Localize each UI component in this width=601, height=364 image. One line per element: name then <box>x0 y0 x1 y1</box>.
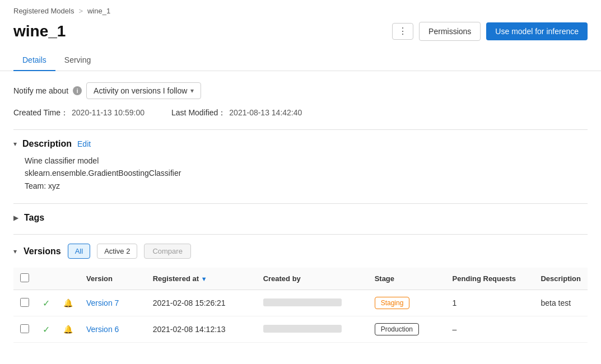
status-ok-icon: ✓ <box>43 325 50 334</box>
col-stage-label: Stage <box>375 274 394 283</box>
permissions-button[interactable]: Permissions <box>419 22 481 41</box>
breadcrumb-current: wine_1 <box>87 7 110 15</box>
row-v6-desc-cell <box>534 316 588 343</box>
versions-header: ▾ Versions All Active 2 Compare <box>13 244 588 259</box>
status-ok-icon: ✓ <box>43 298 50 308</box>
bell-icon[interactable]: 🔔 <box>63 298 73 307</box>
row-v7-status-cell: ✓ <box>36 290 57 316</box>
created-time-item: Created Time： 2020-11-13 10:59:00 <box>13 108 145 118</box>
main-content: Notify me about i Activity on versions I… <box>0 71 601 364</box>
tags-section-header[interactable]: ▶ Tags <box>13 213 588 223</box>
divider-3 <box>13 234 588 235</box>
created-by-placeholder <box>263 325 342 333</box>
row-v6-stage-cell: Production <box>368 316 446 343</box>
description-toggle-icon: ▾ <box>13 140 17 148</box>
tab-serving[interactable]: Serving <box>55 50 100 71</box>
col-header-pending: Pending Requests <box>446 268 534 290</box>
table-row: ✓ 🔔 Version 7 2021-02-08 15:26:21 Stagin… <box>13 290 588 316</box>
breadcrumb: Registered Models > wine_1 <box>0 0 601 20</box>
page-title: wine_1 <box>13 22 66 40</box>
description-section: ▾ Description Edit Wine classifier model… <box>13 139 588 192</box>
col-header-bell <box>57 268 80 290</box>
divider-2 <box>13 203 588 204</box>
more-options-button[interactable]: ⋮ <box>392 23 413 40</box>
col-header-checkbox <box>13 268 36 290</box>
table-row: ✓ 🔔 Version 6 2021-02-08 14:12:13 Produc… <box>13 316 588 343</box>
row-v6-pending-cell: – <box>446 316 534 343</box>
page-header: wine_1 ⋮ Permissions Use model for infer… <box>0 20 601 50</box>
row-v6-status-cell: ✓ <box>36 316 57 343</box>
info-icon[interactable]: i <box>73 86 82 95</box>
col-header-description: Description <box>534 268 588 290</box>
col-created-label: Created by <box>263 274 301 283</box>
versions-section-title: Versions <box>24 246 61 256</box>
bell-icon[interactable]: 🔔 <box>63 325 73 334</box>
compare-button[interactable]: Compare <box>144 244 190 259</box>
row-v7-created-cell <box>257 290 368 316</box>
description-section-header[interactable]: ▾ Description Edit <box>13 139 588 149</box>
notify-row: Notify me about i Activity on versions I… <box>13 82 588 99</box>
row-v6-registered-cell: 2021-02-08 14:12:13 <box>146 316 257 343</box>
col-header-registered-at[interactable]: Registered at ▼ <box>146 268 257 290</box>
created-time-label: Created Time： <box>13 108 68 118</box>
versions-table: Version Registered at ▼ Created by Stage… <box>13 268 588 343</box>
filter-active-button[interactable]: Active 2 <box>97 244 137 259</box>
col-header-version: Version <box>80 268 146 290</box>
modified-time-value: 2021-08-13 14:42:40 <box>229 108 302 118</box>
chevron-down-icon: ▾ <box>190 87 194 95</box>
row-v6-checkbox[interactable] <box>20 324 29 333</box>
breadcrumb-separator: > <box>78 7 83 15</box>
row-v6-version-link[interactable]: Version 6 <box>86 325 119 334</box>
table-header-row: Version Registered at ▼ Created by Stage… <box>13 268 588 290</box>
col-description-label: Description <box>541 274 581 283</box>
versions-section: ▾ Versions All Active 2 Compare Version <box>13 244 588 343</box>
col-pending-label: Pending Requests <box>453 274 516 283</box>
created-by-placeholder <box>263 298 342 306</box>
row-v7-desc-cell: beta test <box>534 290 588 316</box>
select-all-checkbox[interactable] <box>20 273 29 282</box>
description-line-2: sklearn.ensemble.GradientBoostingClassif… <box>25 167 588 179</box>
description-line-1: Wine classifier model <box>25 155 588 167</box>
description-section-title: Description <box>22 139 72 149</box>
row-v7-check-cell <box>13 290 36 316</box>
versions-toggle-icon: ▾ <box>13 248 17 255</box>
notify-dropdown-value: Activity on versions I follow <box>94 86 187 95</box>
col-header-created-by: Created by <box>257 268 368 290</box>
row-v6-check-cell <box>13 316 36 343</box>
col-version-label: Version <box>86 274 113 283</box>
tab-details[interactable]: Details <box>13 50 55 71</box>
col-header-stage: Stage <box>368 268 446 290</box>
notify-dropdown[interactable]: Activity on versions I follow ▾ <box>86 82 201 99</box>
row-v7-bell-cell: 🔔 <box>57 290 80 316</box>
tabs-bar: Details Serving <box>0 50 601 71</box>
sort-desc-icon: ▼ <box>201 276 207 282</box>
row-v7-pending-cell: 1 <box>446 290 534 316</box>
row-v6-bell-cell: 🔔 <box>57 316 80 343</box>
header-actions: ⋮ Permissions Use model for inference <box>392 22 588 41</box>
row-v7-checkbox[interactable] <box>20 298 29 307</box>
row-v6-created-cell <box>257 316 368 343</box>
breadcrumb-parent[interactable]: Registered Models <box>13 7 74 15</box>
row-v7-stage-cell: Staging <box>368 290 446 316</box>
stage-staging-badge: Staging <box>375 297 410 309</box>
filter-all-button[interactable]: All <box>68 244 90 259</box>
divider-1 <box>13 129 588 130</box>
modified-time-label: Last Modified： <box>171 108 226 118</box>
modified-time-item: Last Modified： 2021-08-13 14:42:40 <box>171 108 302 118</box>
created-time-value: 2020-11-13 10:59:00 <box>72 108 145 118</box>
tags-section-title: Tags <box>24 213 44 223</box>
description-edit-link[interactable]: Edit <box>77 139 91 148</box>
row-v6-version-cell: Version 6 <box>80 316 146 343</box>
use-model-button[interactable]: Use model for inference <box>486 22 588 40</box>
description-text: Wine classifier model sklearn.ensemble.G… <box>13 155 588 192</box>
tags-toggle-icon: ▶ <box>13 214 18 222</box>
tags-section: ▶ Tags <box>13 213 588 223</box>
meta-row: Created Time： 2020-11-13 10:59:00 Last M… <box>13 108 588 118</box>
notify-label: Notify me about <box>13 86 68 95</box>
col-registered-label: Registered at <box>153 274 199 283</box>
stage-production-badge: Production <box>375 323 419 335</box>
row-v7-version-link[interactable]: Version 7 <box>86 298 119 307</box>
description-line-3: Team: xyz <box>25 180 588 192</box>
row-v7-registered-cell: 2021-02-08 15:26:21 <box>146 290 257 316</box>
col-header-status <box>36 268 57 290</box>
